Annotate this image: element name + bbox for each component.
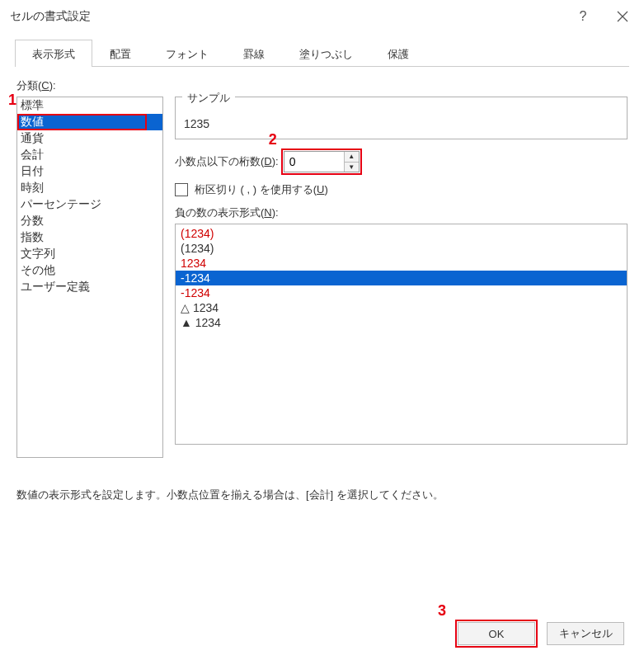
tab-0[interactable]: 表示形式 <box>15 40 92 67</box>
category-item[interactable]: 会計 <box>17 147 162 163</box>
category-item[interactable]: その他 <box>17 262 162 279</box>
category-label: 分類(C): <box>16 78 628 93</box>
thousands-checkbox[interactable] <box>175 183 188 196</box>
negative-format-item[interactable]: (1234) <box>176 241 627 256</box>
negative-format-item[interactable]: (1234) <box>176 226 627 241</box>
thousands-label: 桁区切り ( , ) を使用する(U) <box>195 182 328 197</box>
category-item[interactable]: 指数 <box>17 229 162 246</box>
category-item[interactable]: 数値 <box>17 114 162 130</box>
negative-format-item[interactable]: 1234 <box>176 256 627 271</box>
spinner-down[interactable]: ▼ <box>345 163 359 172</box>
negative-format-listbox[interactable]: (1234)(1234)1234-1234-1234△ 1234▲ 1234 <box>175 224 628 445</box>
decimal-input[interactable] <box>284 152 344 172</box>
sample-value: 1235 <box>184 117 618 130</box>
category-item[interactable]: 時刻 <box>17 180 162 196</box>
category-item[interactable]: パーセンテージ <box>17 196 162 213</box>
negative-format-item[interactable]: -1234 <box>176 285 627 300</box>
negative-label: 負の数の表示形式(N): <box>175 205 628 220</box>
decimal-spinner[interactable]: ▲ ▼ <box>284 151 360 172</box>
category-item[interactable]: 通貨 <box>17 130 162 147</box>
annotation-3: 3 <box>438 602 446 620</box>
category-listbox[interactable]: 標準数値通貨会計日付時刻パーセンテージ分数指数文字列その他ユーザー定義 <box>16 97 163 458</box>
category-item[interactable]: 日付 <box>17 163 162 180</box>
sample-box: サンプル 1235 <box>175 97 628 139</box>
tab-1[interactable]: 配置 <box>92 40 148 67</box>
negative-format-item[interactable]: -1234 <box>176 271 627 285</box>
negative-format-item[interactable]: △ 1234 <box>176 300 627 315</box>
spinner-up[interactable]: ▲ <box>345 152 359 163</box>
tabs: 表示形式配置フォント罫線塗りつぶし保護 <box>15 33 629 67</box>
close-icon <box>617 11 628 22</box>
sample-label: サンプル <box>182 91 235 106</box>
category-item[interactable]: ユーザー定義 <box>17 279 162 295</box>
close-button[interactable] <box>611 5 634 28</box>
category-item[interactable]: 文字列 <box>17 246 162 262</box>
dialog-title: セルの書式設定 <box>10 9 571 24</box>
category-item[interactable]: 分数 <box>17 213 162 229</box>
ok-button[interactable]: OK <box>458 622 535 645</box>
tab-3[interactable]: 罫線 <box>226 40 282 67</box>
cancel-button[interactable]: キャンセル <box>547 622 624 645</box>
thousands-checkbox-row[interactable]: 桁区切り ( , ) を使用する(U) <box>175 182 628 197</box>
tab-5[interactable]: 保護 <box>370 40 426 67</box>
tab-4[interactable]: 塗りつぶし <box>282 40 370 67</box>
negative-format-item[interactable]: ▲ 1234 <box>176 315 627 330</box>
description-text: 数値の表示形式を設定します。小数点位置を揃える場合は、[会計] を選択してくださ… <box>16 488 628 502</box>
annotation-1: 1 <box>8 92 16 109</box>
decimal-label: 小数点以下の桁数(D): <box>175 154 279 169</box>
help-button[interactable]: ? <box>571 5 595 28</box>
category-item[interactable]: 標準 <box>17 97 162 114</box>
tab-2[interactable]: フォント <box>148 40 226 67</box>
